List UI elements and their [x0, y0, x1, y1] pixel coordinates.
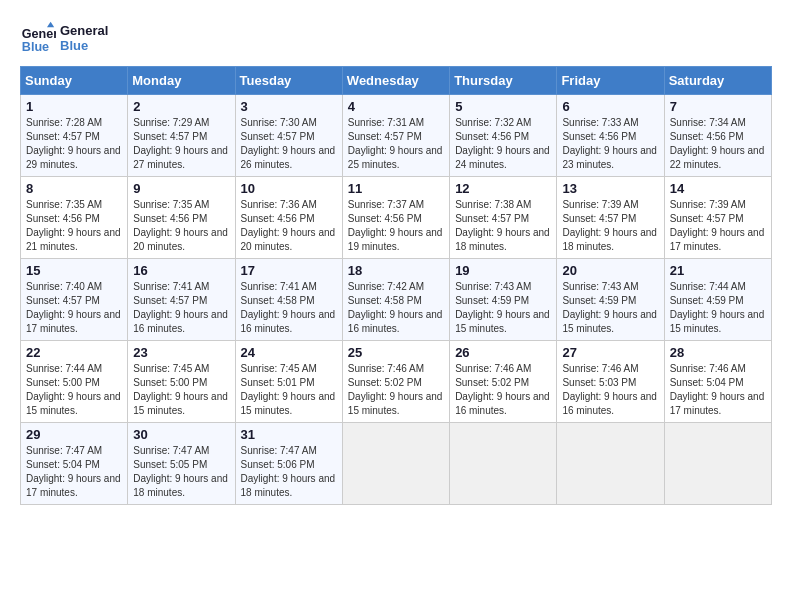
day-info: Sunrise: 7:35 AMSunset: 4:56 PMDaylight:… [26, 199, 121, 252]
logo-line1: General [60, 23, 108, 38]
day-info: Sunrise: 7:47 AMSunset: 5:06 PMDaylight:… [241, 445, 336, 498]
day-info: Sunrise: 7:47 AMSunset: 5:04 PMDaylight:… [26, 445, 121, 498]
day-number: 22 [26, 345, 122, 360]
day-info: Sunrise: 7:46 AMSunset: 5:02 PMDaylight:… [348, 363, 443, 416]
calendar-cell: 16Sunrise: 7:41 AMSunset: 4:57 PMDayligh… [128, 259, 235, 341]
calendar-cell: 9Sunrise: 7:35 AMSunset: 4:56 PMDaylight… [128, 177, 235, 259]
week-row: 22Sunrise: 7:44 AMSunset: 5:00 PMDayligh… [21, 341, 772, 423]
day-number: 27 [562, 345, 658, 360]
calendar-cell: 19Sunrise: 7:43 AMSunset: 4:59 PMDayligh… [450, 259, 557, 341]
day-info: Sunrise: 7:28 AMSunset: 4:57 PMDaylight:… [26, 117, 121, 170]
calendar-cell: 7Sunrise: 7:34 AMSunset: 4:56 PMDaylight… [664, 95, 771, 177]
day-number: 9 [133, 181, 229, 196]
day-number: 18 [348, 263, 444, 278]
svg-marker-2 [47, 22, 54, 27]
col-tuesday: Tuesday [235, 67, 342, 95]
day-number: 26 [455, 345, 551, 360]
day-number: 24 [241, 345, 337, 360]
day-number: 17 [241, 263, 337, 278]
day-info: Sunrise: 7:29 AMSunset: 4:57 PMDaylight:… [133, 117, 228, 170]
day-number: 19 [455, 263, 551, 278]
calendar-cell: 1Sunrise: 7:28 AMSunset: 4:57 PMDaylight… [21, 95, 128, 177]
day-number: 3 [241, 99, 337, 114]
day-info: Sunrise: 7:41 AMSunset: 4:58 PMDaylight:… [241, 281, 336, 334]
calendar-cell: 11Sunrise: 7:37 AMSunset: 4:56 PMDayligh… [342, 177, 449, 259]
day-number: 16 [133, 263, 229, 278]
page-header: General Blue General Blue [20, 20, 772, 56]
week-row: 8Sunrise: 7:35 AMSunset: 4:56 PMDaylight… [21, 177, 772, 259]
day-info: Sunrise: 7:46 AMSunset: 5:02 PMDaylight:… [455, 363, 550, 416]
calendar-cell: 23Sunrise: 7:45 AMSunset: 5:00 PMDayligh… [128, 341, 235, 423]
calendar-cell: 17Sunrise: 7:41 AMSunset: 4:58 PMDayligh… [235, 259, 342, 341]
day-info: Sunrise: 7:45 AMSunset: 5:01 PMDaylight:… [241, 363, 336, 416]
day-info: Sunrise: 7:31 AMSunset: 4:57 PMDaylight:… [348, 117, 443, 170]
calendar-cell: 14Sunrise: 7:39 AMSunset: 4:57 PMDayligh… [664, 177, 771, 259]
day-number: 2 [133, 99, 229, 114]
day-number: 28 [670, 345, 766, 360]
calendar-cell: 15Sunrise: 7:40 AMSunset: 4:57 PMDayligh… [21, 259, 128, 341]
day-number: 14 [670, 181, 766, 196]
calendar-cell [664, 423, 771, 505]
header-row: Sunday Monday Tuesday Wednesday Thursday… [21, 67, 772, 95]
calendar-cell: 6Sunrise: 7:33 AMSunset: 4:56 PMDaylight… [557, 95, 664, 177]
day-info: Sunrise: 7:30 AMSunset: 4:57 PMDaylight:… [241, 117, 336, 170]
day-info: Sunrise: 7:34 AMSunset: 4:56 PMDaylight:… [670, 117, 765, 170]
day-number: 20 [562, 263, 658, 278]
calendar-cell: 25Sunrise: 7:46 AMSunset: 5:02 PMDayligh… [342, 341, 449, 423]
col-thursday: Thursday [450, 67, 557, 95]
calendar-cell: 8Sunrise: 7:35 AMSunset: 4:56 PMDaylight… [21, 177, 128, 259]
day-number: 11 [348, 181, 444, 196]
calendar-cell: 4Sunrise: 7:31 AMSunset: 4:57 PMDaylight… [342, 95, 449, 177]
day-number: 30 [133, 427, 229, 442]
calendar-cell: 21Sunrise: 7:44 AMSunset: 4:59 PMDayligh… [664, 259, 771, 341]
day-info: Sunrise: 7:37 AMSunset: 4:56 PMDaylight:… [348, 199, 443, 252]
day-number: 23 [133, 345, 229, 360]
day-number: 31 [241, 427, 337, 442]
day-info: Sunrise: 7:38 AMSunset: 4:57 PMDaylight:… [455, 199, 550, 252]
day-number: 29 [26, 427, 122, 442]
calendar-cell: 20Sunrise: 7:43 AMSunset: 4:59 PMDayligh… [557, 259, 664, 341]
calendar-cell: 10Sunrise: 7:36 AMSunset: 4:56 PMDayligh… [235, 177, 342, 259]
day-info: Sunrise: 7:44 AMSunset: 5:00 PMDaylight:… [26, 363, 121, 416]
calendar-table: Sunday Monday Tuesday Wednesday Thursday… [20, 66, 772, 505]
day-info: Sunrise: 7:35 AMSunset: 4:56 PMDaylight:… [133, 199, 228, 252]
day-info: Sunrise: 7:43 AMSunset: 4:59 PMDaylight:… [562, 281, 657, 334]
week-row: 1Sunrise: 7:28 AMSunset: 4:57 PMDaylight… [21, 95, 772, 177]
logo-line2: Blue [60, 38, 108, 53]
col-sunday: Sunday [21, 67, 128, 95]
calendar-cell: 29Sunrise: 7:47 AMSunset: 5:04 PMDayligh… [21, 423, 128, 505]
calendar-cell: 5Sunrise: 7:32 AMSunset: 4:56 PMDaylight… [450, 95, 557, 177]
day-info: Sunrise: 7:39 AMSunset: 4:57 PMDaylight:… [562, 199, 657, 252]
logo: General Blue General Blue [20, 20, 108, 56]
day-info: Sunrise: 7:36 AMSunset: 4:56 PMDaylight:… [241, 199, 336, 252]
day-number: 21 [670, 263, 766, 278]
day-info: Sunrise: 7:47 AMSunset: 5:05 PMDaylight:… [133, 445, 228, 498]
calendar-cell [450, 423, 557, 505]
day-number: 15 [26, 263, 122, 278]
day-number: 8 [26, 181, 122, 196]
day-number: 4 [348, 99, 444, 114]
week-row: 15Sunrise: 7:40 AMSunset: 4:57 PMDayligh… [21, 259, 772, 341]
svg-text:Blue: Blue [22, 40, 49, 54]
day-number: 25 [348, 345, 444, 360]
day-number: 6 [562, 99, 658, 114]
day-number: 13 [562, 181, 658, 196]
day-info: Sunrise: 7:40 AMSunset: 4:57 PMDaylight:… [26, 281, 121, 334]
calendar-cell: 13Sunrise: 7:39 AMSunset: 4:57 PMDayligh… [557, 177, 664, 259]
day-info: Sunrise: 7:32 AMSunset: 4:56 PMDaylight:… [455, 117, 550, 170]
day-info: Sunrise: 7:46 AMSunset: 5:04 PMDaylight:… [670, 363, 765, 416]
week-row: 29Sunrise: 7:47 AMSunset: 5:04 PMDayligh… [21, 423, 772, 505]
calendar-cell: 27Sunrise: 7:46 AMSunset: 5:03 PMDayligh… [557, 341, 664, 423]
day-info: Sunrise: 7:44 AMSunset: 4:59 PMDaylight:… [670, 281, 765, 334]
day-number: 1 [26, 99, 122, 114]
calendar-cell: 2Sunrise: 7:29 AMSunset: 4:57 PMDaylight… [128, 95, 235, 177]
calendar-cell: 24Sunrise: 7:45 AMSunset: 5:01 PMDayligh… [235, 341, 342, 423]
day-info: Sunrise: 7:45 AMSunset: 5:00 PMDaylight:… [133, 363, 228, 416]
day-number: 7 [670, 99, 766, 114]
calendar-cell: 3Sunrise: 7:30 AMSunset: 4:57 PMDaylight… [235, 95, 342, 177]
day-info: Sunrise: 7:39 AMSunset: 4:57 PMDaylight:… [670, 199, 765, 252]
calendar-cell [342, 423, 449, 505]
day-info: Sunrise: 7:33 AMSunset: 4:56 PMDaylight:… [562, 117, 657, 170]
calendar-cell: 26Sunrise: 7:46 AMSunset: 5:02 PMDayligh… [450, 341, 557, 423]
col-saturday: Saturday [664, 67, 771, 95]
